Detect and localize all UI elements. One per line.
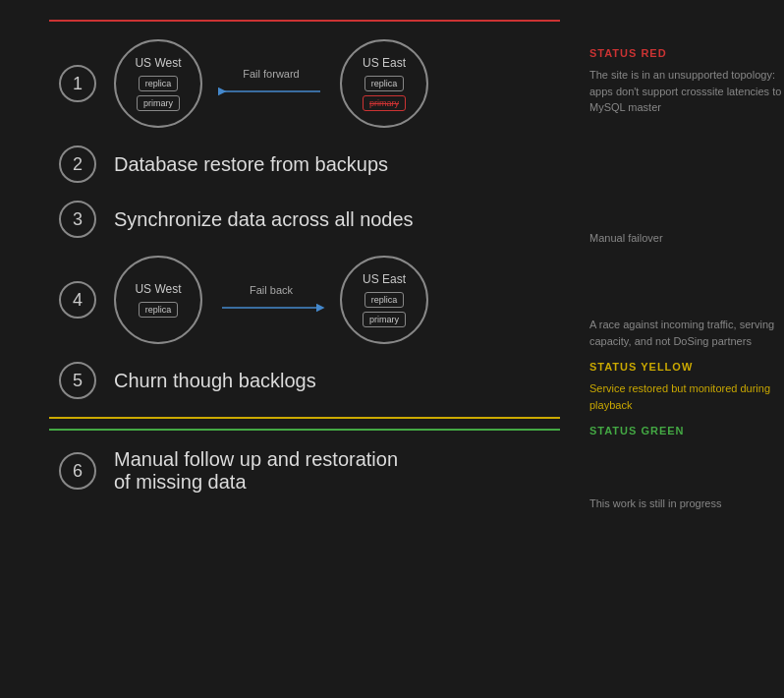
west-replica-badge-1: replica <box>139 76 179 91</box>
manual-failover-label: Manual failover <box>589 230 784 247</box>
east-replica-badge-2: replica <box>364 292 405 308</box>
green-divider <box>49 429 560 431</box>
step-6: 6 Manual follow up and restorationof mis… <box>59 448 560 494</box>
step-1: 1 US West replica primary Fail forward <box>59 39 560 128</box>
arrow-label-2: Fail back <box>250 284 293 296</box>
step-number-1: 1 <box>59 65 96 102</box>
step-number-3: 3 <box>59 201 96 238</box>
west-replica-badge-2: replica <box>139 302 179 318</box>
east-primary-badge-1: primary <box>363 95 406 111</box>
status-red-desc: The site is in an unsupported topology: … <box>589 67 784 116</box>
step-6-label: Manual follow up and restorationof missi… <box>114 448 398 494</box>
status-green-label: STATUS GREEN <box>589 425 784 436</box>
step-number-5: 5 <box>59 362 96 399</box>
west-primary-badge-1: primary <box>137 95 180 111</box>
left-panel: 1 US West replica primary Fail forward <box>0 0 580 698</box>
us-east-label-1: US East <box>363 56 406 70</box>
step-5: 5 Churn though backlogs <box>59 362 560 399</box>
topology-1: US West replica primary Fail forward <box>114 39 428 128</box>
step-number-6: 6 <box>59 452 96 490</box>
step-3-label: Synchronize data across all nodes <box>114 208 414 231</box>
arrow-label-1: Fail forward <box>243 68 299 80</box>
step-4: 4 US West replica Fail back <box>59 256 560 344</box>
step-number-2: 2 <box>59 145 96 183</box>
us-west-label-2: US West <box>135 282 181 296</box>
step5-desc: A race against incoming traffic, serving… <box>589 317 784 349</box>
step6-desc: This work is still in progress <box>589 495 784 512</box>
arrow-area-1: Fail forward <box>202 68 340 99</box>
arrow-svg-1 <box>212 84 330 99</box>
topology-2: US West replica Fail back <box>114 256 428 344</box>
us-east-circle-2: US East replica primary <box>340 256 428 344</box>
us-west-label-1: US West <box>135 56 181 70</box>
arrow-svg-2 <box>212 300 330 316</box>
status-yellow-desc: Service restored but monitored during pl… <box>589 380 784 413</box>
step-number-4: 4 <box>59 281 96 319</box>
yellow-divider <box>49 417 560 419</box>
step-5-label: Churn though backlogs <box>114 370 316 392</box>
step-2: 2 Database restore from backups <box>59 145 560 183</box>
status-red-label: STATUS RED <box>589 47 784 59</box>
us-west-circle-1: US West replica primary <box>114 39 202 128</box>
page: 1 US West replica primary Fail forward <box>0 0 784 698</box>
us-east-label-2: US East <box>363 272 406 286</box>
arrow-area-2: Fail back <box>202 284 340 316</box>
east-primary-badge-2: primary <box>363 312 406 327</box>
us-west-circle-2: US West replica <box>114 256 202 344</box>
us-east-circle-1: US East replica primary <box>340 39 428 128</box>
east-replica-badge-1: replica <box>364 76 405 91</box>
step-3: 3 Synchronize data across all nodes <box>59 201 560 238</box>
step-2-label: Database restore from backups <box>114 153 388 176</box>
right-panel: STATUS RED The site is in an unsupported… <box>580 0 784 698</box>
red-divider <box>49 20 560 22</box>
status-yellow-label: STATUS YELLOW <box>589 361 784 373</box>
